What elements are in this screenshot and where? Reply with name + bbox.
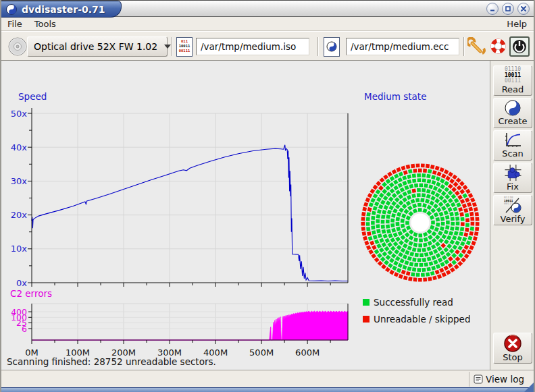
- scan-chart-icon: [504, 132, 521, 148]
- verify-button[interactable]: 01110 10011 00111 Verify: [493, 195, 532, 225]
- legend-item-read: Successfully read: [363, 297, 453, 308]
- optical-drive-icon: [7, 36, 28, 57]
- title-tab: dvdisaster-0.71: [1, 1, 122, 18]
- stop-button[interactable]: Stop: [493, 333, 532, 364]
- yinyang-icon: [505, 100, 521, 116]
- legend-swatch-unreadable: [363, 316, 370, 323]
- maximize-button[interactable]: [502, 3, 514, 15]
- scan-result-status: Scanning finished: 28752 unreadable sect…: [7, 356, 216, 367]
- wrench-icon[interactable]: [467, 37, 486, 55]
- ecc-file-icon: [324, 37, 340, 57]
- menu-help[interactable]: Help: [500, 18, 534, 30]
- action-sidebar: 01110 10011 00111 Read Create Scan: [490, 61, 534, 370]
- medium-state-title: Medium state: [364, 91, 426, 102]
- chevron-down-icon: [164, 45, 171, 49]
- chart-panel: 0M100M200M300M400M500M600M0x10x20x30x40x…: [1, 61, 492, 370]
- verify-icon: 01110 10011 00111: [503, 196, 523, 214]
- minimize-button[interactable]: [486, 3, 499, 15]
- app-window: dvdisaster-0.71 File Tools Help Opt: [0, 0, 535, 392]
- stop-icon: [504, 335, 521, 352]
- binary-read-icon: 01110 10011 00111: [505, 67, 521, 84]
- fix-button[interactable]: Fix: [493, 163, 532, 193]
- svg-text:40x: 40x: [11, 142, 28, 152]
- menu-tools[interactable]: Tools: [28, 18, 62, 30]
- toolbar: Optical drive 52X FW 1.02 011 10011 0011…: [1, 31, 534, 61]
- svg-text:6: 6: [22, 324, 27, 334]
- speed-chart-title: Speed: [18, 91, 47, 102]
- svg-text:10x: 10x: [11, 244, 28, 254]
- close-button[interactable]: [517, 3, 530, 15]
- svg-text:50x: 50x: [11, 109, 28, 119]
- drive-selector[interactable]: Optical drive 52X FW 1.02: [27, 36, 168, 57]
- statusbar: View log: [1, 370, 534, 387]
- titlebar[interactable]: dvdisaster-0.71: [1, 0, 534, 17]
- binary-image-file-icon: 011 10011 00111: [176, 37, 193, 57]
- menubar: File Tools Help: [1, 18, 534, 31]
- log-list-icon: [474, 374, 483, 384]
- drive-selector-value: Optical drive 52X FW 1.02: [28, 41, 157, 52]
- legend-label-read: Successfully read: [374, 297, 453, 308]
- ecc-path-input[interactable]: [346, 38, 459, 55]
- c2-errors-title: C2 errors: [10, 288, 52, 299]
- create-button[interactable]: Create: [493, 98, 532, 128]
- window-title: dvdisaster-0.71: [22, 4, 105, 15]
- svg-text:30x: 30x: [11, 176, 28, 186]
- legend-label-unreadable: Unreadable / skipped: [374, 314, 470, 325]
- view-log-button[interactable]: View log: [469, 372, 528, 387]
- app-yinyang-icon: [6, 4, 17, 15]
- power-icon: [512, 39, 527, 54]
- svg-text:500M: 500M: [249, 347, 274, 358]
- puzzle-icon: [504, 164, 522, 181]
- svg-text:20x: 20x: [11, 210, 28, 220]
- iso-path-input[interactable]: [196, 38, 309, 55]
- window-bottom-frame: [1, 387, 534, 392]
- menu-file[interactable]: File: [1, 18, 28, 30]
- svg-text:0x: 0x: [16, 278, 27, 288]
- legend-item-unreadable: Unreadable / skipped: [363, 314, 470, 325]
- legend-swatch-read: [363, 299, 370, 306]
- read-button[interactable]: 01110 10011 00111 Read: [493, 65, 532, 96]
- power-quit-button[interactable]: [509, 36, 530, 57]
- lifebuoy-icon[interactable]: [489, 37, 507, 55]
- resize-grip[interactable]: [524, 383, 534, 392]
- scan-button[interactable]: Scan: [493, 130, 532, 161]
- svg-text:600M: 600M: [295, 347, 320, 358]
